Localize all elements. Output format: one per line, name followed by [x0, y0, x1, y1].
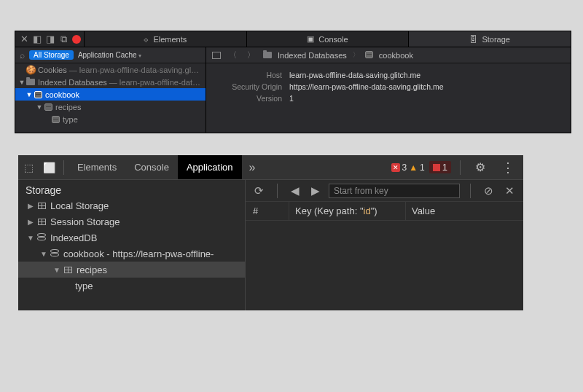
col-key-id: id [364, 205, 371, 216]
table-header-row: # Key (Key path: "id") Value [246, 202, 523, 221]
disclosure-triangle-icon[interactable]: ▼ [26, 234, 36, 242]
issues-count: 1 [442, 162, 447, 173]
storage-tree: 🍪 Cookies — learn-pwa-offline-data-savin… [15, 63, 206, 133]
start-key-placeholder: Start from key [334, 186, 388, 196]
filter-app-cache[interactable]: Application Cache▾ [78, 51, 141, 59]
disclosure-triangle-icon[interactable]: ▼ [36, 103, 43, 111]
tab-elements-label: Elements [153, 35, 187, 44]
detail-version-key: Version [216, 94, 289, 103]
col-key-post: ") [371, 205, 377, 216]
error-indicator-icon[interactable] [72, 35, 81, 44]
page-prev-icon[interactable]: ◀ [288, 184, 302, 197]
database-icon [33, 90, 43, 99]
tree-type[interactable]: type [18, 278, 245, 294]
database-icon [36, 233, 47, 242]
search-icon[interactable]: ⌕ [20, 50, 25, 60]
storage-grid-icon [36, 203, 47, 209]
tab-elements[interactable]: Elements [69, 155, 125, 179]
detail-origin-value: https://learn-pwa-offline-data-saving.gl… [289, 82, 444, 91]
breadcrumb-idb[interactable]: Indexed Databases [278, 51, 347, 60]
folder-icon [26, 78, 36, 87]
tree-local-label: Local Storage [50, 200, 109, 211]
tree-local-storage[interactable]: ▶ Local Storage [18, 197, 245, 213]
col-key-pre: Key (Key path: " [295, 205, 364, 216]
tab-console[interactable]: Console [125, 155, 178, 179]
disclosure-triangle-icon[interactable]: ▼ [26, 91, 33, 98]
detail-version-value: 1 [289, 94, 294, 103]
storage-icon: 🗄 [469, 35, 477, 44]
start-key-input[interactable]: Start from key [329, 184, 460, 198]
tree-cookies[interactable]: 🍪 Cookies — learn-pwa-offline-data-savin… [15, 63, 206, 76]
elements-icon: ⟐ [144, 35, 149, 44]
section-storage-label: Storage [18, 180, 245, 197]
tree-cookbook[interactable]: ▼ cookbook - https://learn-pwa-offline- [18, 246, 245, 262]
col-key[interactable]: Key (Key path: "id") [289, 202, 406, 220]
nav-forward-icon[interactable]: 〉 [245, 50, 257, 60]
storage-detail-pane: 〈 〉 Indexed Databases 〉 cookbook Host le… [206, 47, 571, 133]
divider [460, 160, 461, 175]
tab-application[interactable]: Application [178, 155, 242, 179]
divider [63, 160, 64, 175]
col-number[interactable]: # [246, 202, 289, 220]
tree-type-label: type [63, 115, 78, 124]
tab-storage[interactable]: 🗄 Storage [408, 31, 571, 47]
tab-console[interactable]: ▣ Console [246, 31, 409, 47]
tree-cookbook-label: cookbook - https://learn-pwa-offline- [63, 248, 214, 259]
top-tabbar: ✕ ◧ ◨ ⧉ ⟐ Elements ▣ Console 🗄 Storage [15, 31, 571, 47]
error-icon: ✕ [391, 163, 400, 172]
filter-all-storage[interactable]: All Storage [29, 50, 74, 60]
tree-type-label: type [75, 281, 93, 291]
database-icon [365, 51, 373, 60]
warnings-count: 1 [420, 162, 425, 173]
console-icon: ▣ [307, 34, 314, 44]
issues-badge[interactable]: 1 [429, 161, 451, 173]
divider [277, 184, 278, 198]
errors-count: 3 [402, 162, 407, 173]
sidebar-toggle-icon[interactable] [212, 52, 221, 59]
dock-left-icon[interactable]: ◧ [31, 34, 43, 45]
tree-indexed-databases[interactable]: ▼ Indexed Databases — learn-pwa-offline-… [15, 76, 206, 88]
tab-elements[interactable]: ⟐ Elements [84, 31, 246, 47]
col-value[interactable]: Value [406, 202, 523, 220]
gear-icon[interactable]: ⚙ [469, 160, 491, 174]
window-buttons: ✕ ◧ ◨ ⧉ [15, 31, 84, 47]
disclosure-triangle-icon[interactable]: ▼ [52, 266, 62, 274]
clear-icon[interactable]: ⊘ [481, 184, 496, 197]
errors-badge[interactable]: ✕ 3 ▲ 1 [391, 162, 425, 173]
tree-indexeddb[interactable]: ▼ IndexedDB [18, 230, 245, 246]
tree-session-storage[interactable]: ▶ Session Storage [18, 213, 245, 230]
tree-recipes[interactable]: ▼ recipes [18, 262, 245, 278]
dock-right-icon[interactable]: ◨ [44, 34, 56, 45]
delete-icon[interactable]: ✕ [502, 184, 517, 197]
index-icon [50, 115, 60, 124]
close-icon[interactable]: ✕ [18, 34, 30, 45]
kebab-menu-icon[interactable]: ⋮ [496, 160, 520, 176]
disclosure-triangle-icon[interactable]: ▶ [26, 218, 36, 226]
tree-indexeddb-label: IndexedDB [50, 232, 97, 243]
chevron-right-icon: 〉 [353, 50, 359, 60]
chevron-down-icon: ▾ [138, 52, 141, 59]
storage-grid-icon [36, 219, 47, 225]
more-tabs-icon[interactable]: » [242, 155, 263, 179]
popout-icon[interactable]: ⧉ [58, 34, 69, 45]
disclosure-triangle-icon[interactable]: ▼ [18, 79, 26, 86]
device-toggle-icon[interactable]: ⬜ [39, 155, 59, 180]
page-next-icon[interactable]: ▶ [308, 184, 323, 197]
storage-sidebar: ⌕ All Storage Application Cache▾ 🍪 Cooki… [15, 47, 206, 133]
tree-type[interactable]: type [15, 113, 206, 125]
refresh-icon[interactable]: ⟳ [251, 184, 267, 197]
cookie-icon: 🍪 [26, 66, 36, 74]
database-icon [49, 249, 60, 258]
inspect-icon[interactable]: ⬚ [18, 155, 39, 180]
tree-recipes-label: recipes [55, 103, 81, 111]
breadcrumb-cookbook[interactable]: cookbook [379, 51, 413, 60]
tree-session-label: Session Storage [50, 216, 120, 227]
tree-cookbook[interactable]: ▼ cookbook [15, 88, 206, 101]
flag-icon [433, 164, 440, 171]
database-details: Host learn-pwa-offline-data-saving.glitc… [206, 63, 571, 113]
tree-cookbook-label: cookbook [45, 90, 79, 99]
tree-recipes[interactable]: ▼ recipes [15, 101, 206, 113]
disclosure-triangle-icon[interactable]: ▶ [26, 202, 36, 210]
disclosure-triangle-icon[interactable]: ▼ [39, 250, 49, 258]
nav-back-icon[interactable]: 〈 [227, 50, 239, 60]
